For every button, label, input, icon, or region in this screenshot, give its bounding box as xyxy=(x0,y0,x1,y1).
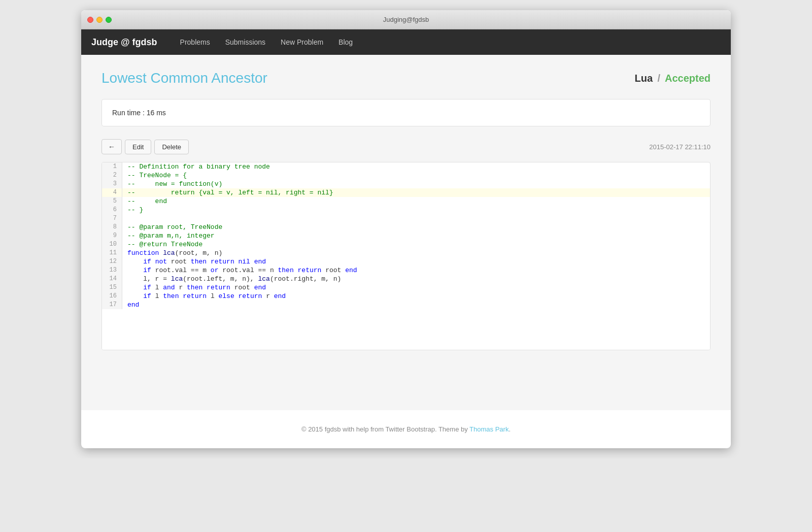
code-line-4: 4 -- return {val = v, left = nil, right … xyxy=(102,188,710,197)
toolbar-row: ← Edit Delete 2015-02-17 22:11:10 xyxy=(101,139,710,154)
code-line-11: 11 function lca(root, m, n) xyxy=(102,249,710,257)
timestamp: 2015-02-17 22:11:10 xyxy=(649,143,710,151)
window-title: Judging@fgdsb xyxy=(383,16,429,23)
runtime-box: Run time : 16 ms xyxy=(101,99,710,126)
code-line-7: 7 xyxy=(102,214,710,223)
code-line-6: 6 -- } xyxy=(102,206,710,214)
code-line-17: 17 end xyxy=(102,301,710,309)
code-line-16: 16 if l then return l else return r end xyxy=(102,292,710,301)
code-line-8: 8 -- @param root, TreeNode xyxy=(102,223,710,231)
code-line-5: 5 -- end xyxy=(102,197,710,206)
code-line-12: 12 if not root then return nil end xyxy=(102,257,710,266)
back-button[interactable]: ← xyxy=(101,139,122,154)
close-button[interactable] xyxy=(87,17,93,23)
footer: © 2015 fgdsb with help from Twitter Boot… xyxy=(81,410,731,448)
code-line-2: 2 -- TreeNode = { xyxy=(102,171,710,180)
nav-item-submissions[interactable]: Submissions xyxy=(218,30,273,54)
code-line-14: 14 l, r = lca(root.left, m, n), lca(root… xyxy=(102,275,710,283)
delete-button[interactable]: Delete xyxy=(154,140,189,154)
status-label: Lua / Accepted xyxy=(634,73,710,84)
runtime-label: Run time : 16 ms xyxy=(112,109,166,117)
nav-item-blog[interactable]: Blog xyxy=(331,30,360,54)
footer-suffix: . xyxy=(509,425,511,433)
code-padding xyxy=(102,309,710,350)
code-line-10: 10 -- @return TreeNode xyxy=(102,240,710,249)
status-slash: / xyxy=(658,73,661,84)
footer-text: © 2015 fgdsb with help from Twitter Boot… xyxy=(301,425,468,433)
footer-link[interactable]: Thomas Park xyxy=(469,425,509,433)
code-line-9: 9 -- @param m,n, integer xyxy=(102,231,710,240)
code-line-3: 3 -- new = function(v) xyxy=(102,180,710,188)
code-block: 1 -- Definition for a binary tree node 2… xyxy=(101,162,710,350)
status-lang: Lua xyxy=(634,73,653,84)
navbar-nav: Problems Submissions New Problem Blog xyxy=(173,30,361,54)
edit-button[interactable]: Edit xyxy=(125,140,151,154)
traffic-lights xyxy=(87,17,112,23)
toolbar-left: ← Edit Delete xyxy=(101,139,189,154)
page-content: Lowest Common Ancestor Lua / Accepted Ru… xyxy=(81,55,731,410)
titlebar: Judging@fgdsb xyxy=(81,10,731,29)
code-inner: 1 -- Definition for a binary tree node 2… xyxy=(102,162,710,309)
maximize-button[interactable] xyxy=(106,17,112,23)
page-title: Lowest Common Ancestor xyxy=(101,70,267,86)
code-line-1: 1 -- Definition for a binary tree node xyxy=(102,162,710,171)
status-text: Accepted xyxy=(665,73,710,84)
navbar: Judge @ fgdsb Problems Submissions New P… xyxy=(81,29,731,55)
nav-link-submissions[interactable]: Submissions xyxy=(218,30,273,54)
nav-link-blog[interactable]: Blog xyxy=(331,30,360,54)
nav-item-new-problem[interactable]: New Problem xyxy=(273,30,331,54)
nav-item-problems[interactable]: Problems xyxy=(173,30,218,54)
navbar-brand[interactable]: Judge @ fgdsb xyxy=(91,37,157,48)
page-header-row: Lowest Common Ancestor Lua / Accepted xyxy=(101,70,710,86)
nav-link-problems[interactable]: Problems xyxy=(173,30,218,54)
minimize-button[interactable] xyxy=(96,17,103,23)
code-line-13: 13 if root.val == m or root.val == n the… xyxy=(102,266,710,275)
nav-link-new-problem[interactable]: New Problem xyxy=(273,30,331,54)
code-line-15: 15 if l and r then return root end xyxy=(102,283,710,292)
